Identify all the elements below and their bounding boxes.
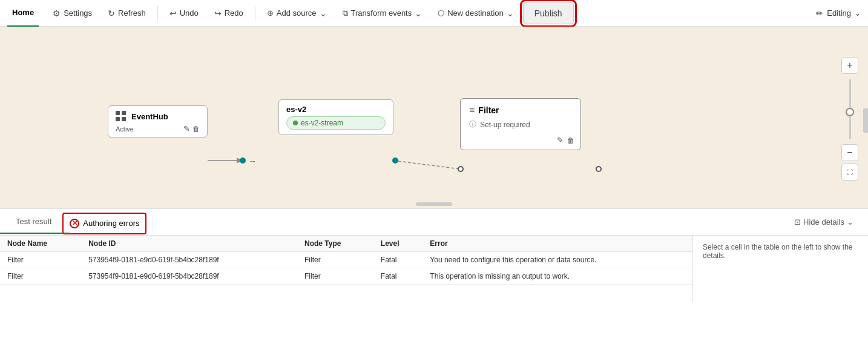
add-source-button[interactable]: Add source (260, 4, 334, 23)
edit-pencil-icon: ✏ (816, 8, 823, 18)
add-source-icon (267, 8, 274, 18)
transform-chevron-icon (415, 8, 422, 18)
hide-details-chevron-icon: ⌄ (847, 217, 853, 227)
refresh-icon (108, 8, 115, 18)
canvas-scroll-hint (416, 202, 452, 206)
filter-edit-icon[interactable] (557, 136, 564, 145)
transform-icon (343, 8, 348, 18)
filter-delete-icon[interactable] (567, 136, 574, 145)
destination-chevron-icon (507, 8, 514, 18)
bottom-panel: Test result ✕ Authoring errors ⊡ Hide de… (0, 208, 868, 302)
add-source-chevron-icon (320, 8, 327, 18)
zoom-slider-thumb[interactable] (846, 108, 854, 116)
eventhub-header: EventHub (108, 106, 207, 124)
error-table-body: Filter 573954f9-0181-e9d0-619f-5b4bc28f1… (0, 252, 692, 285)
test-result-tab[interactable]: Test result (10, 209, 58, 236)
cell-node-id-1: 573954f9-0181-e9d0-619f-5b4bc28f189f (81, 252, 297, 268)
cell-node-name-2: Filter (0, 268, 81, 285)
eventhub-node: EventHub Active (108, 105, 208, 138)
editing-chevron-icon: ⌄ (855, 9, 861, 18)
detail-section: Select a cell in the table on the left t… (692, 236, 868, 302)
esv2-stream-pill[interactable]: es-v2-stream (286, 116, 386, 130)
cell-error-2: This operation is missing an output to w… (422, 268, 692, 285)
zoom-controls: + − ⛶ (841, 57, 858, 181)
col-node-type: Node Type (297, 236, 373, 252)
settings-button[interactable]: Settings (46, 4, 99, 23)
zoom-fit-button[interactable]: ⛶ (841, 164, 858, 181)
error-circle-icon: ✕ (70, 219, 79, 228)
filter-icon: ≡ (469, 105, 475, 116)
home-tab[interactable]: Home (7, 0, 39, 27)
info-icon: ⓘ (469, 119, 476, 130)
transform-events-button[interactable]: Transform events (336, 4, 429, 23)
eventhub-icon (116, 111, 127, 122)
filter-actions (461, 136, 580, 150)
divider-2 (255, 6, 255, 21)
filter-status: ⓘ Set-up required (461, 119, 580, 136)
bottom-tabs: Test result ✕ Authoring errors ⊡ Hide de… (0, 209, 868, 236)
cell-node-name-1: Filter (0, 252, 81, 268)
hide-details-icon: ⊡ (794, 217, 801, 227)
hide-details-button[interactable]: ⊡ Hide details ⌄ (789, 215, 858, 229)
cell-node-type-1: Filter (297, 252, 373, 268)
canvas-collapse-handle[interactable] (863, 108, 868, 133)
table-row[interactable]: Filter 573954f9-0181-e9d0-619f-5b4bc28f1… (0, 252, 692, 268)
connector-dot-1 (240, 157, 246, 164)
zoom-in-button[interactable]: + (841, 57, 858, 74)
zoom-out-button[interactable]: − (841, 144, 858, 161)
col-node-id: Node ID (81, 236, 297, 252)
col-node-name: Node Name (0, 236, 81, 252)
refresh-button[interactable]: Refresh (101, 4, 153, 23)
divider-1 (157, 6, 158, 21)
cell-level-1: Fatal (373, 252, 422, 268)
redo-button[interactable]: Redo (208, 4, 250, 23)
cell-error-1: You need to configure this operation or … (422, 252, 692, 268)
connector-dot-3 (458, 166, 464, 172)
arrow-1: → (248, 156, 257, 166)
col-level: Level (373, 236, 422, 252)
col-error: Error (422, 236, 692, 252)
filter-node: ≡ Filter ⓘ Set-up required (460, 98, 581, 150)
esv2-stream-dot (293, 121, 298, 125)
toolbar: Home Settings Refresh Undo Redo Add sour… (0, 0, 868, 27)
cell-node-id-2: 573954f9-0181-e9d0-619f-5b4bc28f189f (81, 268, 297, 285)
authoring-errors-tab[interactable]: ✕ Authoring errors (62, 213, 146, 234)
eventhub-delete-icon[interactable] (192, 124, 200, 133)
error-table-header: Node Name Node ID Node Type Level Error (0, 236, 692, 252)
eventhub-edit-icon[interactable] (183, 124, 190, 133)
publish-button[interactable]: Publish (523, 2, 574, 24)
zoom-slider-track (849, 79, 851, 139)
svg-line-1 (393, 161, 460, 169)
esv2-header: es-v2 (279, 100, 393, 116)
undo-icon (169, 8, 177, 18)
redo-icon (214, 8, 222, 18)
canvas-area[interactable]: EventHub Active → es-v2 es-v2-stream ≡ F… (0, 27, 868, 208)
error-table: Node Name Node ID Node Type Level Error … (0, 236, 692, 285)
filter-header: ≡ Filter (461, 99, 580, 119)
editing-dropdown[interactable]: ✏ Editing ⌄ (816, 8, 861, 18)
eventhub-status: Active (108, 124, 207, 137)
connector-dot-4 (596, 166, 602, 172)
esv2-node: es-v2 es-v2-stream (278, 99, 393, 135)
new-destination-button[interactable]: New destination (431, 4, 521, 23)
cell-level-2: Fatal (373, 268, 422, 285)
fit-icon: ⛶ (847, 169, 853, 176)
cell-node-type-2: Filter (297, 268, 373, 285)
eventhub-actions (183, 124, 200, 133)
destination-icon (438, 8, 444, 18)
error-table-section: Node Name Node ID Node Type Level Error … (0, 236, 692, 302)
connector-dot-2 (392, 157, 398, 164)
settings-icon (53, 8, 61, 18)
undo-button[interactable]: Undo (163, 4, 205, 23)
table-row[interactable]: Filter 573954f9-0181-e9d0-619f-5b4bc28f1… (0, 268, 692, 285)
bottom-content: Node Name Node ID Node Type Level Error … (0, 236, 868, 302)
